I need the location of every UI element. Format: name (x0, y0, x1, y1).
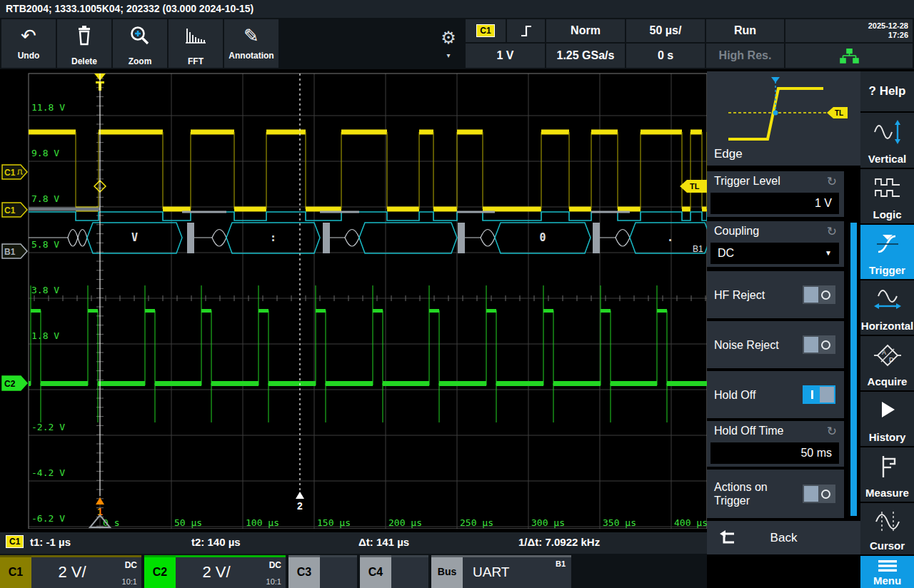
sidebar-item-acquire[interactable]: A D History Acquire (860, 336, 914, 390)
channel-c4-tab[interactable]: C4 (360, 555, 391, 588)
svg-text:C1: C1 (4, 206, 16, 216)
hold-off-toggle[interactable] (803, 385, 835, 404)
run-state-cell[interactable]: Run (706, 19, 784, 42)
menu-item-hf-reject[interactable]: HF Reject (707, 271, 844, 318)
trigger-level-cell[interactable]: 1 V (466, 44, 545, 68)
acq-mode-cell[interactable]: High Res. (706, 44, 784, 68)
magnifier-plus-icon (113, 25, 167, 56)
cursor-lines-icon (873, 510, 902, 533)
hf-reject-toggle[interactable] (803, 285, 835, 304)
channel-c4-info[interactable] (391, 555, 428, 588)
svg-text:0: 0 (539, 231, 546, 244)
sample-rate-cell[interactable]: 1.25 GSa/s (546, 44, 625, 68)
menu-item-trigger-level[interactable]: Trigger Level ↻ 1 V (707, 171, 844, 217)
svg-text:50 µs: 50 µs (174, 517, 202, 528)
svg-text:2: 2 (297, 500, 303, 512)
ad-converter-icon: A D (874, 343, 901, 368)
cursor-t2-readout: t2: 140 µs (191, 536, 241, 548)
menu-label: Hold Off (714, 388, 755, 402)
trigger-source-cell[interactable]: C1 (466, 19, 506, 42)
question-mark-icon: ? (869, 84, 876, 98)
svg-text:C2: C2 (4, 379, 16, 389)
trigger-slope-cell[interactable] (507, 19, 545, 42)
vertical-sine-icon (873, 120, 903, 144)
sidebar-item-cursor[interactable]: Cursor (860, 503, 914, 554)
svg-text:B1: B1 (693, 244, 703, 254)
menu-item-hold-off[interactable]: Hold Off (707, 371, 844, 418)
sidebar-item-menu[interactable]: Menu (860, 556, 914, 588)
svg-text:11.8 V: 11.8 V (31, 102, 65, 113)
trigger-source-badge: C1 (476, 24, 494, 37)
menu-item-coupling[interactable]: Coupling ↻ DC ▼ (707, 221, 844, 267)
horizontal-sine-icon (873, 288, 903, 312)
reset-icon[interactable]: ↻ (827, 174, 837, 189)
bus-info[interactable]: UART B1 (463, 555, 571, 588)
delete-button[interactable]: Delete (57, 19, 111, 68)
svg-text:TL: TL (835, 109, 843, 117)
oscilloscope-screen: RTB2004; 1333.1005K04; 202332 (03.000 20… (0, 0, 914, 588)
svg-text:7.8 V: 7.8 V (31, 193, 59, 204)
sidebar-item-help[interactable]: ? Help (860, 71, 914, 111)
svg-text:C1: C1 (4, 168, 16, 178)
sidebar-item-horizontal[interactable]: Horizontal (860, 280, 914, 335)
menu-item-actions-on-trigger[interactable]: Actions on Trigger (707, 470, 844, 518)
fft-button[interactable]: FFT (169, 19, 223, 68)
trigger-level-value[interactable]: 1 V (710, 193, 839, 214)
cursor-results-bar: C1 t1: -1 µs t2: 140 µs Δt: 141 µs 1/Δt:… (0, 532, 707, 554)
noise-reject-toggle[interactable] (803, 335, 835, 354)
svg-text:D: D (889, 356, 894, 363)
svg-text:3.8 V: 3.8 V (31, 285, 59, 295)
settings-gear-button[interactable]: ⚙ ▾ (436, 28, 461, 61)
undo-button[interactable]: ↶ Undo (1, 19, 56, 68)
trigger-edge-icon (875, 232, 900, 255)
channel-c3-info[interactable] (320, 555, 357, 588)
panel-scrollbar[interactable] (850, 223, 857, 516)
hamburger-menu-icon (878, 560, 897, 572)
timebase-cell[interactable]: 50 µs/ (626, 19, 705, 42)
sidebar-item-logic[interactable]: Logic (860, 169, 914, 223)
menu-label: Noise Reject (714, 338, 779, 352)
back-button[interactable]: Back (707, 521, 860, 554)
sidebar-item-history[interactable]: History (860, 392, 914, 446)
menu-item-hold-off-time[interactable]: Hold Off Time ↻ 50 ms (707, 421, 844, 467)
cursor-freq-readout: 1/Δt: 7.0922 kHz (518, 536, 600, 548)
channel-c1-info[interactable]: 2 V/ DC 10:1 (31, 555, 141, 588)
cursor-source-badge: C1 (6, 535, 24, 548)
svg-text:300 µs: 300 µs (531, 517, 565, 528)
horizontal-position-cell[interactable]: 0 s (626, 44, 705, 68)
bus-id-badge: B1 (556, 559, 566, 568)
reset-icon[interactable]: ↻ (827, 424, 837, 439)
channel-c2-tab[interactable]: C2 (144, 555, 176, 588)
waveform-display[interactable]: 11.8 V9.8 V7.8 V5.8 V3.8 V1.8 V-2.2 V-4.… (0, 69, 707, 529)
svg-text:9.8 V: 9.8 V (31, 148, 59, 158)
svg-text:200 µs: 200 µs (388, 517, 422, 528)
trigger-mode-cell[interactable]: Norm (546, 19, 625, 42)
menu-item-noise-reject[interactable]: Noise Reject (707, 321, 844, 368)
actions-on-trigger-toggle[interactable] (803, 485, 835, 503)
channel-c2-info[interactable]: 2 V/ DC 10:1 (176, 555, 286, 588)
svg-text:-6.2 V: -6.2 V (31, 513, 65, 524)
hold-off-time-value[interactable]: 50 ms (710, 442, 839, 464)
svg-text:350 µs: 350 µs (603, 517, 636, 528)
coupling-select[interactable]: DC ▼ (710, 243, 839, 264)
reset-icon[interactable]: ↻ (827, 224, 837, 239)
svg-text:TL: TL (690, 182, 700, 191)
device-title: RTB2004; 1333.1005K04; 202332 (03.000 20… (0, 0, 914, 18)
trigger-type-box[interactable]: TL Edge (707, 71, 860, 166)
channel-c3-tab[interactable]: C3 (288, 555, 320, 588)
bus-tab[interactable]: Bus (431, 555, 463, 588)
channel-c1-tab[interactable]: C1 (0, 555, 31, 588)
sidebar-item-trigger[interactable]: Trigger (860, 225, 914, 279)
fft-spectrum-icon (169, 25, 223, 56)
annotation-button[interactable]: ✎ Annotation (224, 19, 278, 68)
svg-text:V: V (131, 231, 138, 244)
trigger-type-label: Edge (714, 147, 743, 161)
sidebar-item-vertical[interactable]: Vertical (860, 113, 914, 168)
network-status-cell (785, 44, 913, 68)
sidebar-item-measure[interactable]: Measure (860, 447, 914, 502)
logic-pulses-icon (874, 176, 901, 199)
zoom-button[interactable]: Zoom (113, 19, 167, 68)
svg-text:-4.2 V: -4.2 V (31, 467, 65, 478)
svg-text:-2.2 V: -2.2 V (31, 422, 65, 432)
svg-text:250 µs: 250 µs (460, 517, 493, 528)
